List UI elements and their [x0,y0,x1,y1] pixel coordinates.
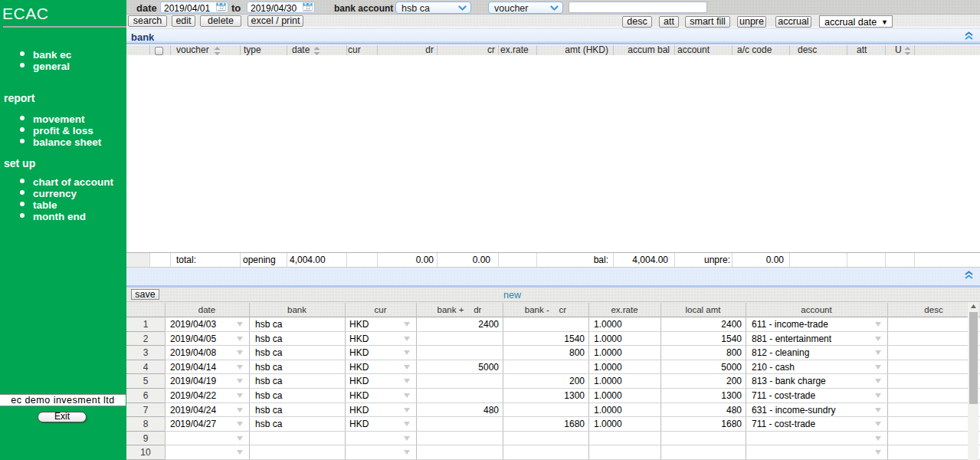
svg-text:12: 12 [219,5,224,10]
svg-text:12: 12 [306,5,310,10]
